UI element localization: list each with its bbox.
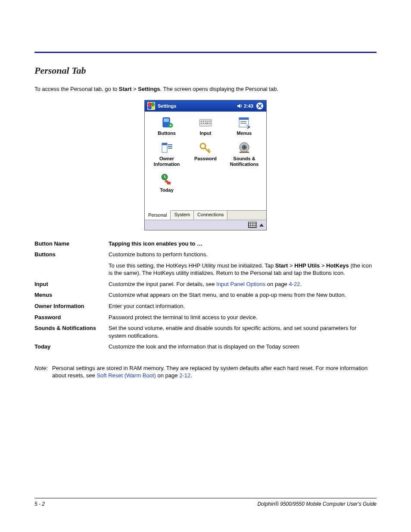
svg-rect-2 [164, 118, 169, 122]
screenshot-app-today[interactable]: Today [147, 173, 186, 193]
table-row: Owner InformationEnter your contact info… [34, 301, 377, 312]
screenshot-app-label: Sounds & Notifications [225, 156, 264, 167]
svg-rect-6 [203, 121, 204, 122]
svg-rect-20 [168, 144, 172, 145]
screenshot-app-label: Buttons [147, 131, 186, 136]
screenshot-app-label: Menus [225, 131, 264, 136]
screenshot-app-input[interactable]: Input [186, 116, 225, 136]
table-row: Sounds & NotificationsSet the sound volu… [34, 323, 377, 341]
table-row: ButtonsCustomize buttons to perform func… [34, 249, 377, 260]
svg-rect-7 [205, 121, 206, 122]
row-name: Password [34, 312, 109, 323]
owner-icon [159, 141, 174, 154]
row-name: Sounds & Notifications [34, 323, 109, 341]
inline-bold: Start [275, 262, 288, 269]
row-name: Owner Information [34, 301, 109, 312]
screenshot-titlebar: Settings 2:43 [145, 100, 266, 112]
row-desc: Customize the input panel. For details, … [109, 279, 377, 290]
header-rule [34, 52, 377, 53]
doc-title: Dolphin® 9500/9550 Mobile Computer User'… [257, 501, 377, 507]
screenshot-title: Settings [158, 103, 176, 109]
row-name: Today [34, 341, 109, 352]
speaker-app-icon [237, 141, 252, 154]
menus-icon [237, 116, 252, 129]
screenshot-tab-system[interactable]: System [171, 211, 194, 220]
svg-rect-13 [209, 123, 211, 124]
row-name: Menus [34, 289, 109, 301]
buttons-icon [159, 116, 174, 129]
svg-rect-22 [168, 148, 172, 149]
screenshot-app-label: Owner Information [147, 156, 186, 167]
screenshot-app-password[interactable]: Password [186, 141, 225, 167]
screenshot-time: 2:43 [244, 103, 253, 109]
row-desc: Customize buttons to perform functions. [109, 249, 377, 260]
intro-post: . The screen opens displaying the Person… [160, 86, 278, 92]
sip-keyboard-icon [248, 222, 257, 228]
svg-rect-10 [201, 123, 202, 124]
svg-rect-5 [201, 121, 202, 122]
screenshot-app-buttons[interactable]: Buttons [147, 116, 186, 136]
row-name: Buttons [34, 249, 109, 260]
intro-paragraph: To access the Personal tab, go to Start … [34, 86, 377, 92]
screenshot-tab-connections[interactable]: Connections [194, 211, 227, 220]
row-desc: Enter your contact information. [109, 301, 377, 312]
screenshot-app-label: Password [186, 156, 225, 162]
close-icon [256, 102, 264, 110]
inline-bold: HotKeys [326, 262, 349, 269]
screenshot-icon-grid: ButtonsInputMenusOwner InformationPasswo… [145, 112, 266, 210]
cross-reference-link[interactable]: 4-22 [289, 281, 300, 287]
svg-rect-8 [207, 121, 209, 122]
keyboard-icon [198, 116, 213, 129]
section-title: Personal Tab [34, 65, 377, 76]
intro-pre: To access the Personal tab, go to [34, 86, 119, 92]
settings-screenshot: Settings 2:43 ButtonsInputMenusOwner Inf… [144, 100, 267, 230]
today-icon [159, 173, 174, 186]
screenshot-tabs: PersonalSystemConnections [145, 210, 266, 220]
note-text: Personal settings are stored in RAM memo… [52, 364, 377, 380]
table-row: MenusCustomize what appears on the Start… [34, 289, 377, 301]
row-desc: Set the sound volume, enable and disable… [109, 323, 377, 341]
screenshot-app-menus[interactable]: Menus [225, 116, 264, 136]
svg-point-26 [243, 146, 245, 148]
intro-start: Start [119, 86, 132, 92]
intro-settings: Settings [138, 86, 160, 92]
row-desc: Customize the look and the information t… [109, 341, 377, 352]
screenshot-bottombar [145, 220, 266, 230]
screenshot-app-label: Today [147, 187, 186, 193]
cross-reference-link[interactable]: Input Panel Options [216, 281, 265, 287]
screenshot-tab-personal[interactable]: Personal [145, 210, 171, 220]
cross-reference-link[interactable]: 2-12 [179, 372, 190, 379]
up-caret-icon [259, 224, 264, 227]
windows-flag-icon [147, 102, 155, 110]
table-row: PasswordPassword protect the terminal to… [34, 312, 377, 323]
svg-rect-16 [240, 121, 246, 122]
volume-icon [237, 103, 243, 109]
button-description-table: Button Name Tapping this icon enables yo… [34, 238, 377, 352]
row-desc: Customize what appears on the Start menu… [109, 289, 377, 301]
page-number: 5 - 2 [34, 501, 45, 507]
row-name: Input [34, 279, 109, 290]
svg-rect-12 [205, 123, 209, 124]
table-row: InputCustomize the input panel. For deta… [34, 279, 377, 290]
svg-rect-11 [203, 123, 204, 124]
svg-rect-21 [168, 146, 172, 147]
key-icon [198, 141, 213, 154]
screenshot-app-sounds-notifications[interactable]: Sounds & Notifications [225, 141, 264, 167]
screenshot-app-label: Input [186, 131, 225, 136]
page-footer: 5 - 2 Dolphin® 9500/9550 Mobile Computer… [34, 498, 377, 507]
table-header-name: Button Name [34, 238, 109, 249]
note-label: Note: [34, 364, 48, 380]
cross-reference-link[interactable]: Soft Reset (Warm Boot) [97, 372, 156, 379]
table-row: TodayCustomize the look and the informat… [34, 341, 377, 352]
table-header-desc: Tapping this icon enables you to … [109, 238, 377, 249]
note-block: Note: Personal settings are stored in RA… [34, 364, 377, 380]
table-row: To use this setting, the HotKeys HHP Uti… [34, 260, 377, 279]
inline-bold: HHP Utils [294, 262, 320, 269]
svg-rect-27 [240, 152, 249, 153]
screenshot-app-owner-information[interactable]: Owner Information [147, 141, 186, 167]
svg-rect-9 [209, 121, 211, 122]
svg-rect-15 [239, 118, 249, 120]
row-desc: Password protect the terminal to limit a… [109, 312, 377, 323]
svg-rect-19 [162, 143, 167, 145]
svg-rect-29 [167, 182, 171, 184]
